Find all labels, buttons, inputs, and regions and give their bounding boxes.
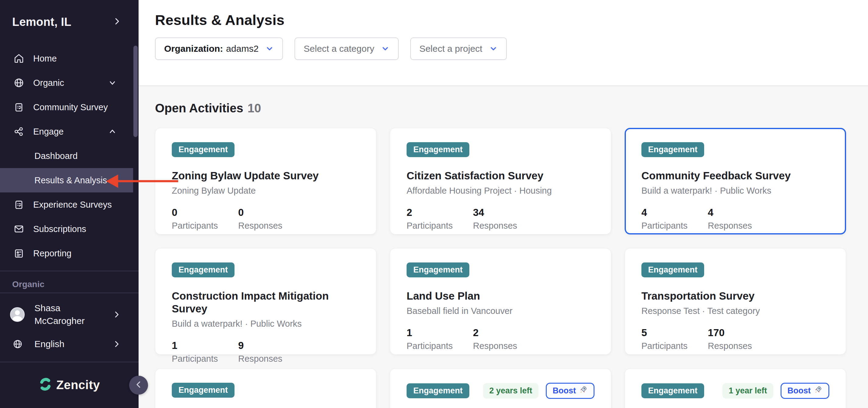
engagement-badge: Engagement bbox=[172, 262, 235, 277]
engagement-badge: Engagement bbox=[172, 383, 235, 398]
activity-subtitle: Zoning Bylaw Update bbox=[172, 186, 360, 196]
engagement-badge: Engagement bbox=[407, 262, 469, 277]
activity-card[interactable]: Engagement Zoning Bylaw Update Survey Zo… bbox=[155, 128, 376, 234]
sidebar-item-label: Subscriptions bbox=[33, 224, 86, 234]
language-menu[interactable]: English bbox=[0, 335, 138, 353]
chevron-left-icon bbox=[134, 380, 143, 390]
sidebar-item-subscriptions[interactable]: Subscriptions bbox=[0, 217, 138, 241]
responses-stat: 9 Responses bbox=[238, 340, 305, 364]
sidebar-item-home[interactable]: Home bbox=[0, 46, 138, 71]
sidebar-item-label: Organic bbox=[33, 78, 64, 88]
globe-icon bbox=[14, 77, 24, 88]
chevron-down-icon bbox=[265, 44, 274, 53]
activity-card-selected[interactable]: Engagement Community Feedback Survey Bui… bbox=[625, 128, 846, 234]
chevron-down-icon bbox=[108, 79, 117, 87]
user-name: Shasa McCarogher bbox=[34, 302, 111, 327]
responses-stat: 2 Responses bbox=[473, 327, 539, 351]
sidebar-item-results-analysis[interactable]: Results & Analysis bbox=[0, 168, 133, 192]
sidebar-item-label: Results & Analysis bbox=[34, 176, 107, 185]
activity-card[interactable]: Engagement Construction Impact Mitigatio… bbox=[155, 248, 376, 355]
chevron-right-icon bbox=[113, 17, 122, 27]
activity-title: Community Feedback Survey bbox=[642, 169, 829, 182]
responses-stat: 0 Responses bbox=[238, 207, 305, 231]
engagement-badge: Engagement bbox=[407, 142, 469, 157]
sidebar-item-label: Home bbox=[33, 54, 57, 64]
project-filter-dropdown[interactable]: Select a project bbox=[410, 37, 507, 60]
responses-stat: 4 Responses bbox=[708, 207, 774, 231]
engagement-badge: Engagement bbox=[172, 142, 235, 157]
open-activities-section: Open Activities10 Engagement Zoning Byla… bbox=[138, 86, 868, 408]
activity-title: Citizen Satisfaction Survey bbox=[407, 169, 594, 182]
activity-card[interactable]: Engagement Citizen Satisfaction Survey A… bbox=[390, 128, 611, 234]
engagement-badge: Engagement bbox=[407, 383, 469, 398]
category-filter-dropdown[interactable]: Select a category bbox=[294, 37, 399, 60]
activity-card[interactable]: Engagement Transportation Survey Respons… bbox=[625, 248, 846, 355]
user-menu[interactable]: Shasa McCarogher bbox=[0, 300, 138, 329]
participants-stat: 2 Participants bbox=[407, 207, 473, 231]
sidebar-item-label: Experience Surveys bbox=[33, 200, 112, 210]
responses-stat: 34 Responses bbox=[473, 207, 539, 231]
project-filter-placeholder: Select a project bbox=[420, 43, 483, 54]
sidebar-item-label: Dashboard bbox=[34, 151, 78, 161]
participants-stat: 0 Participants bbox=[172, 207, 238, 231]
boost-button[interactable]: Boost bbox=[781, 383, 830, 399]
sidebar-collapse-button[interactable] bbox=[129, 376, 148, 395]
chevron-down-icon bbox=[489, 44, 498, 53]
section-heading: Open Activities10 bbox=[155, 101, 851, 115]
activities-grid: Engagement Zoning Bylaw Update Survey Zo… bbox=[155, 128, 851, 408]
sidebar-item-engage[interactable]: Engage bbox=[0, 119, 138, 144]
sidebar-item-reporting[interactable]: Reporting bbox=[0, 241, 138, 265]
activity-title: Zoning Bylaw Update Survey bbox=[172, 169, 360, 182]
org-name: Lemont, IL bbox=[12, 15, 71, 29]
participants-stat: 1 Participants bbox=[172, 340, 238, 364]
section-heading-label: Open Activities bbox=[155, 101, 243, 115]
sidebar-section-label: Organic bbox=[12, 280, 44, 289]
time-left-badge: 2 years left bbox=[483, 383, 538, 399]
participants-stat: 1 Participants bbox=[407, 327, 473, 351]
home-icon bbox=[14, 53, 24, 64]
sidebar-nav: Home Organic Community Survey Engage bbox=[0, 46, 138, 265]
participants-stat: 4 Participants bbox=[642, 207, 708, 231]
main-content: Results & Analysis Organization: adams2 … bbox=[138, 0, 868, 408]
sidebar-item-label: Reporting bbox=[33, 248, 71, 258]
clipboard-check-icon bbox=[14, 199, 24, 210]
activity-subtitle: Build a waterpark! · Public Works bbox=[172, 319, 360, 329]
envelope-icon bbox=[14, 224, 24, 234]
activity-card[interactable]: Engagement bbox=[155, 369, 376, 408]
globe-icon bbox=[13, 339, 23, 349]
zencity-logo: Zencity bbox=[0, 378, 138, 392]
sidebar-item-label: Engage bbox=[33, 127, 64, 137]
rocket-icon bbox=[579, 385, 588, 396]
boost-button[interactable]: Boost bbox=[546, 383, 595, 399]
sidebar-item-label: Community Survey bbox=[33, 102, 108, 112]
responses-stat: 170 Responses bbox=[708, 327, 774, 351]
organization-filter-label: Organization: bbox=[164, 43, 223, 54]
activity-title: Land Use Plan bbox=[407, 289, 594, 302]
organization-filter-dropdown[interactable]: Organization: adams2 bbox=[155, 37, 283, 60]
activity-card[interactable]: Engagement Land Use Plan Baseball field … bbox=[390, 248, 611, 355]
sidebar-scrollbar[interactable] bbox=[133, 46, 138, 137]
sidebar-item-organic[interactable]: Organic bbox=[0, 71, 138, 95]
zencity-logo-icon bbox=[39, 378, 52, 392]
divider bbox=[0, 362, 138, 362]
chevron-right-icon bbox=[113, 310, 121, 319]
page-header: Results & Analysis Organization: adams2 … bbox=[138, 0, 868, 86]
sidebar-item-dashboard[interactable]: Dashboard bbox=[0, 144, 138, 168]
sidebar-item-experience-surveys[interactable]: Experience Surveys bbox=[0, 192, 138, 217]
report-card-icon bbox=[14, 248, 24, 258]
sidebar: Lemont, IL Home Organic Community Survey bbox=[0, 0, 138, 408]
sidebar-item-community-survey[interactable]: Community Survey bbox=[0, 95, 138, 119]
chevron-down-icon bbox=[381, 44, 390, 53]
org-switcher[interactable]: Lemont, IL bbox=[12, 13, 122, 31]
engagement-badge: Engagement bbox=[642, 383, 704, 398]
share-network-icon bbox=[14, 126, 24, 137]
engagement-badge: Engagement bbox=[642, 262, 704, 277]
divider bbox=[0, 271, 138, 271]
avatar bbox=[10, 307, 25, 322]
clipboard-check-icon bbox=[14, 102, 24, 112]
activity-subtitle: Build a waterpark! · Public Works bbox=[642, 186, 829, 196]
activity-card[interactable]: Engagement 1 year left Boost bbox=[625, 369, 846, 408]
activity-subtitle: Response Test · Test category bbox=[642, 306, 829, 316]
activity-card[interactable]: Engagement 2 years left Boost bbox=[390, 369, 611, 408]
filter-bar: Organization: adams2 Select a category S… bbox=[155, 37, 868, 60]
